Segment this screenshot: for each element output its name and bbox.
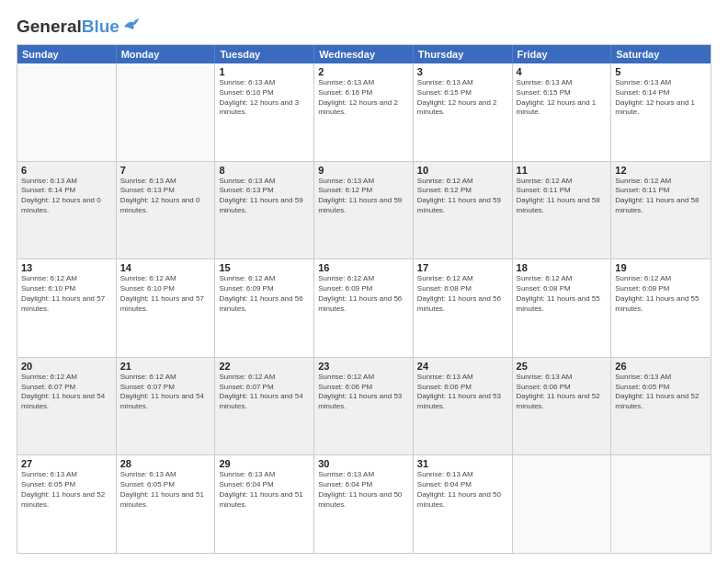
day-number: 11 (517, 165, 608, 176)
empty-cell (513, 455, 612, 553)
day-number: 1 (219, 66, 310, 77)
cell-info: Sunrise: 6:12 AMSunset: 6:07 PMDaylight:… (21, 373, 112, 412)
day-number: 16 (318, 262, 409, 273)
cell-info: Sunrise: 6:13 AMSunset: 6:16 PMDaylight:… (219, 78, 310, 118)
day-cell-10: 10Sunrise: 6:12 AMSunset: 6:12 PMDayligh… (414, 162, 513, 259)
cell-info: Sunrise: 6:12 AMSunset: 6:07 PMDaylight:… (120, 373, 211, 412)
empty-cell (17, 63, 117, 161)
day-cell-22: 22Sunrise: 6:12 AMSunset: 6:07 PMDayligh… (215, 358, 314, 455)
day-cell-30: 30Sunrise: 6:13 AMSunset: 6:04 PMDayligh… (314, 455, 414, 553)
cell-info: Sunrise: 6:13 AMSunset: 6:06 PMDaylight:… (517, 373, 608, 412)
cell-info: Sunrise: 6:12 AMSunset: 6:08 PMDaylight:… (615, 274, 707, 314)
day-number: 12 (615, 165, 707, 176)
calendar-row-0: 1Sunrise: 6:13 AMSunset: 6:16 PMDaylight… (17, 63, 711, 161)
day-cell-19: 19Sunrise: 6:12 AMSunset: 6:08 PMDayligh… (611, 259, 711, 357)
header-day-thursday: Thursday (414, 45, 513, 63)
day-number: 2 (318, 66, 409, 77)
day-number: 30 (318, 458, 409, 469)
day-cell-31: 31Sunrise: 6:13 AMSunset: 6:04 PMDayligh… (414, 455, 513, 553)
cell-info: Sunrise: 6:13 AMSunset: 6:15 PMDaylight:… (417, 78, 508, 118)
cell-info: Sunrise: 6:13 AMSunset: 6:15 PMDaylight:… (517, 78, 608, 118)
day-cell-13: 13Sunrise: 6:12 AMSunset: 6:10 PMDayligh… (17, 259, 117, 357)
day-number: 14 (120, 262, 211, 273)
header: GeneralBlue (17, 17, 711, 37)
day-cell-18: 18Sunrise: 6:12 AMSunset: 6:08 PMDayligh… (513, 259, 612, 357)
day-cell-5: 5Sunrise: 6:13 AMSunset: 6:14 PMDaylight… (611, 63, 711, 161)
day-number: 26 (615, 361, 707, 372)
day-number: 24 (417, 361, 508, 372)
day-cell-8: 8Sunrise: 6:13 AMSunset: 6:13 PMDaylight… (215, 162, 314, 259)
cell-info: Sunrise: 6:13 AMSunset: 6:05 PMDaylight:… (615, 373, 707, 412)
day-number: 13 (21, 262, 112, 273)
cell-info: Sunrise: 6:12 AMSunset: 6:11 PMDaylight:… (517, 177, 608, 216)
day-cell-26: 26Sunrise: 6:13 AMSunset: 6:05 PMDayligh… (611, 358, 711, 455)
logo-bird-icon (122, 17, 142, 32)
calendar: SundayMondayTuesdayWednesdayThursdayFrid… (17, 44, 711, 554)
day-number: 21 (120, 361, 211, 372)
day-cell-16: 16Sunrise: 6:12 AMSunset: 6:09 PMDayligh… (314, 259, 414, 357)
cell-info: Sunrise: 6:13 AMSunset: 6:04 PMDaylight:… (219, 470, 310, 510)
day-cell-2: 2Sunrise: 6:13 AMSunset: 6:16 PMDaylight… (314, 63, 414, 161)
day-number: 22 (219, 361, 310, 372)
day-cell-17: 17Sunrise: 6:12 AMSunset: 6:08 PMDayligh… (414, 259, 513, 357)
cell-info: Sunrise: 6:12 AMSunset: 6:11 PMDaylight:… (615, 177, 707, 216)
cell-info: Sunrise: 6:13 AMSunset: 6:14 PMDaylight:… (21, 177, 112, 216)
cell-info: Sunrise: 6:12 AMSunset: 6:09 PMDaylight:… (318, 274, 409, 314)
cell-info: Sunrise: 6:12 AMSunset: 6:12 PMDaylight:… (417, 177, 508, 216)
day-cell-20: 20Sunrise: 6:12 AMSunset: 6:07 PMDayligh… (17, 358, 117, 455)
calendar-row-2: 13Sunrise: 6:12 AMSunset: 6:10 PMDayligh… (17, 259, 711, 357)
cell-info: Sunrise: 6:12 AMSunset: 6:10 PMDaylight:… (21, 274, 112, 314)
day-cell-9: 9Sunrise: 6:13 AMSunset: 6:12 PMDaylight… (314, 162, 414, 259)
cell-info: Sunrise: 6:12 AMSunset: 6:08 PMDaylight:… (517, 274, 608, 314)
calendar-row-4: 27Sunrise: 6:13 AMSunset: 6:05 PMDayligh… (17, 454, 711, 553)
calendar-row-1: 6Sunrise: 6:13 AMSunset: 6:14 PMDaylight… (17, 161, 711, 259)
day-cell-12: 12Sunrise: 6:12 AMSunset: 6:11 PMDayligh… (611, 162, 711, 259)
header-day-saturday: Saturday (611, 45, 711, 63)
day-cell-27: 27Sunrise: 6:13 AMSunset: 6:05 PMDayligh… (17, 455, 117, 553)
logo: GeneralBlue (17, 17, 142, 37)
calendar-body: 1Sunrise: 6:13 AMSunset: 6:16 PMDaylight… (17, 63, 711, 553)
calendar-row-3: 20Sunrise: 6:12 AMSunset: 6:07 PMDayligh… (17, 357, 711, 455)
day-number: 4 (517, 66, 608, 77)
empty-cell (611, 455, 711, 553)
day-number: 18 (517, 262, 608, 273)
cell-info: Sunrise: 6:12 AMSunset: 6:10 PMDaylight:… (120, 274, 211, 314)
day-number: 19 (615, 262, 707, 273)
day-number: 28 (120, 458, 211, 469)
cell-info: Sunrise: 6:12 AMSunset: 6:07 PMDaylight:… (219, 373, 310, 412)
day-cell-11: 11Sunrise: 6:12 AMSunset: 6:11 PMDayligh… (513, 162, 612, 259)
day-cell-14: 14Sunrise: 6:12 AMSunset: 6:10 PMDayligh… (117, 259, 216, 357)
day-number: 8 (219, 165, 310, 176)
logo-text: GeneralBlue (17, 17, 119, 37)
cell-info: Sunrise: 6:13 AMSunset: 6:16 PMDaylight:… (318, 78, 409, 118)
day-cell-29: 29Sunrise: 6:13 AMSunset: 6:04 PMDayligh… (215, 455, 314, 553)
calendar-header: SundayMondayTuesdayWednesdayThursdayFrid… (17, 45, 711, 63)
day-cell-7: 7Sunrise: 6:13 AMSunset: 6:13 PMDaylight… (117, 162, 216, 259)
header-day-friday: Friday (513, 45, 612, 63)
cell-info: Sunrise: 6:13 AMSunset: 6:14 PMDaylight:… (615, 78, 707, 118)
day-number: 15 (219, 262, 310, 273)
cell-info: Sunrise: 6:13 AMSunset: 6:04 PMDaylight:… (417, 470, 508, 510)
header-day-tuesday: Tuesday (215, 45, 314, 63)
day-number: 23 (318, 361, 409, 372)
day-cell-1: 1Sunrise: 6:13 AMSunset: 6:16 PMDaylight… (215, 63, 314, 161)
day-cell-6: 6Sunrise: 6:13 AMSunset: 6:14 PMDaylight… (17, 162, 117, 259)
day-cell-23: 23Sunrise: 6:12 AMSunset: 6:06 PMDayligh… (314, 358, 414, 455)
day-number: 10 (417, 165, 508, 176)
day-cell-15: 15Sunrise: 6:12 AMSunset: 6:09 PMDayligh… (215, 259, 314, 357)
day-number: 9 (318, 165, 409, 176)
cell-info: Sunrise: 6:13 AMSunset: 6:12 PMDaylight:… (318, 177, 409, 216)
cell-info: Sunrise: 6:13 AMSunset: 6:05 PMDaylight:… (21, 470, 112, 510)
header-day-sunday: Sunday (17, 45, 117, 63)
day-cell-24: 24Sunrise: 6:13 AMSunset: 6:06 PMDayligh… (414, 358, 513, 455)
cell-info: Sunrise: 6:13 AMSunset: 6:04 PMDaylight:… (318, 470, 409, 510)
page: GeneralBlue SundayMondayTuesdayWednesday… (0, 0, 728, 563)
cell-info: Sunrise: 6:12 AMSunset: 6:06 PMDaylight:… (318, 373, 409, 412)
cell-info: Sunrise: 6:13 AMSunset: 6:06 PMDaylight:… (417, 373, 508, 412)
day-cell-21: 21Sunrise: 6:12 AMSunset: 6:07 PMDayligh… (117, 358, 216, 455)
empty-cell (117, 63, 216, 161)
day-number: 25 (517, 361, 608, 372)
day-cell-3: 3Sunrise: 6:13 AMSunset: 6:15 PMDaylight… (414, 63, 513, 161)
day-cell-4: 4Sunrise: 6:13 AMSunset: 6:15 PMDaylight… (513, 63, 612, 161)
day-number: 5 (615, 66, 707, 77)
